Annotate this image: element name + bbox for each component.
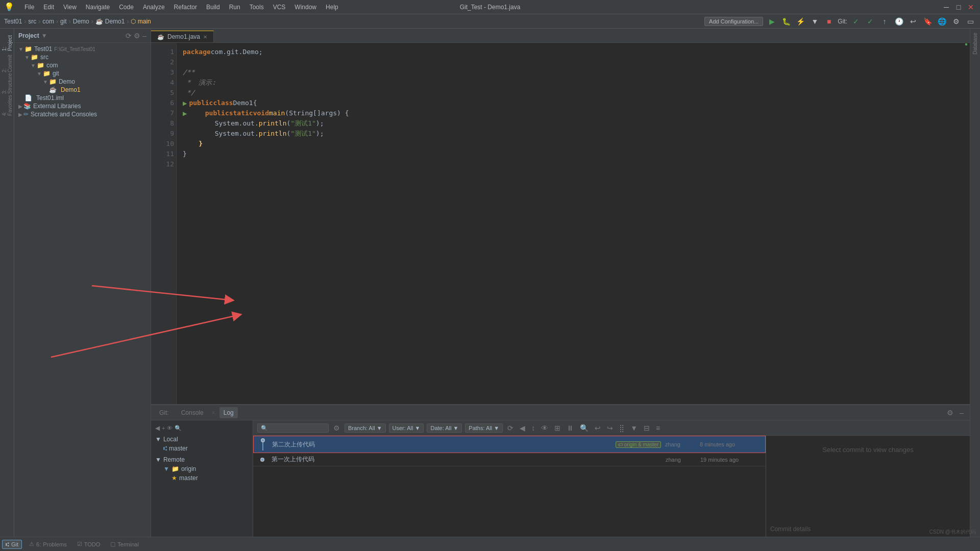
menu-vcs[interactable]: VCS [269,3,290,12]
local-branch-header[interactable]: ▼ Local [155,435,249,444]
tree-item-src[interactable]: ▼ 📁 src [14,53,151,61]
tree-item-scratches[interactable]: ▶ ✏ Scratches and Consoles [14,110,151,118]
menu-run[interactable]: Run [225,3,244,12]
eye-icon[interactable]: 👁 [540,423,550,433]
terminal-button[interactable]: ▢ Terminal [107,540,142,548]
git-toolbar-button[interactable]: ⑆ Git [2,540,22,549]
sidebar-eye-icon[interactable]: 👁 [167,425,173,431]
grid-icon[interactable]: ⊞ [553,423,562,433]
hide-icon[interactable]: – [142,32,146,40]
tree-item-iml[interactable]: 📄 Test01.iml [14,94,151,102]
branch-master-local[interactable]: ⑆ master [155,444,249,453]
menu-build[interactable]: Build [202,3,224,12]
database-icon[interactable]: Database [972,33,978,55]
bookmark-button[interactable]: 🔖 [922,16,933,27]
run-button[interactable]: ▶ [766,16,777,27]
columns-icon[interactable]: ⣿ [618,423,626,433]
collapse-sidebar-icon[interactable]: ◀ [155,424,160,432]
commit-row-1[interactable]: 第二次上传代码 🏷 origin & master zhang 8 minut [253,436,766,453]
menu-refactor[interactable]: Refactor [170,3,201,12]
todo-button[interactable]: ☑ TODO [74,540,104,548]
tree-item-demo[interactable]: ▼ 📁 Demo [14,78,151,86]
minimize-button[interactable]: ─ [941,2,951,12]
tab-console[interactable]: Console [177,407,208,418]
tree-item-ext-libs[interactable]: ▶ 📚 External Libraries [14,102,151,110]
log-settings-icon[interactable]: ⚙ [332,423,341,433]
close-button[interactable]: ✕ [966,2,976,12]
tree-item-test01[interactable]: ▼ 📁 Test01 F:\Git_Test\Test01 [14,45,151,53]
pause-icon[interactable]: ⏸ [565,423,575,433]
maximize-button[interactable]: □ [953,2,964,12]
gear-icon[interactable]: ⚙ [945,408,955,418]
redo-log-icon[interactable]: ↪ [605,423,615,433]
branch-origin[interactable]: ▼ 📁 origin [155,464,249,473]
breadcrumb-git[interactable]: git [60,18,67,25]
user-filter[interactable]: User: All ▼ [389,423,424,433]
sidebar-favorites-icon[interactable]: 4: Favorites [1,95,13,115]
translate-button[interactable]: 🌐 [936,16,947,27]
menu-file[interactable]: File [20,3,38,12]
breadcrumb-demo1[interactable]: ☕Demo1 [95,18,125,25]
code-line-12 [183,159,957,169]
fetch-icon[interactable]: ↕ [530,423,536,433]
panel-button[interactable]: ▭ [965,16,976,27]
settings-button[interactable]: ⚙ [950,16,962,27]
minimize-panel-icon[interactable]: – [958,408,966,418]
date-filter[interactable]: Date: All ▼ [427,423,462,433]
breadcrumb-src[interactable]: src [28,18,36,25]
tree-item-com[interactable]: ▼ 📁 com [14,61,151,69]
git-push[interactable]: ↑ [879,16,890,27]
sync-icon[interactable]: ⟳ [126,32,132,40]
git-check2[interactable]: ✓ [865,16,876,27]
menu-tools[interactable]: Tools [246,3,268,12]
chevron-down-icon[interactable]: ▼ [41,32,47,39]
git-check[interactable]: ✓ [850,16,862,27]
tree-label-ext-libs: External Libraries [33,103,81,110]
problems-button[interactable]: ⚠ 6: Problems [26,540,70,548]
git-clock[interactable]: 🕐 [893,16,904,27]
log-search-input[interactable] [257,423,329,433]
run-config-button[interactable]: Add Configuration... [704,17,763,26]
sidebar-commit-icon[interactable]: 2: Commit [1,52,13,72]
breadcrumb-com[interactable]: com [42,18,54,25]
tree-item-git[interactable]: ▼ 📁 git [14,69,151,78]
settings-icon[interactable]: ⚙ [134,32,140,40]
breadcrumb-demo[interactable]: Demo [73,18,89,25]
sidebar-structure-icon[interactable]: 3: Structure [1,73,13,94]
breadcrumb-main[interactable]: ⬡ main [131,18,151,25]
menu-navigate[interactable]: Navigate [82,3,114,12]
menu-help[interactable]: Help [322,3,342,12]
diff-icon[interactable]: ⊟ [642,423,651,433]
menu-edit[interactable]: Edit [39,3,58,12]
undo-log-icon[interactable]: ↩ [593,423,602,433]
prev-icon[interactable]: ◀ [518,423,527,433]
git-undo[interactable]: ↩ [908,16,919,27]
stop-button[interactable]: ■ [823,16,835,27]
refresh-icon[interactable]: ⟳ [506,423,515,433]
branch-master-remote[interactable]: ★ master [155,473,249,483]
coverage-button[interactable]: ⚡ [795,16,806,27]
menu-code[interactable]: Code [115,3,138,12]
tab-close-button[interactable]: ✕ [203,34,207,40]
remote-branch-header[interactable]: ▼ Remote [155,455,249,464]
tab-demo1[interactable]: ☕ Demo1.java ✕ [151,31,214,42]
menu-analyze[interactable]: Analyze [139,3,169,12]
sidebar-project-icon[interactable]: 1: Project [1,31,13,51]
branch-filter[interactable]: Branch: All ▼ [345,423,386,433]
tree-item-demo1[interactable]: ☕ Demo1 [14,86,151,94]
branch-name-master-remote: master [179,474,198,482]
more-icon[interactable]: ≡ [654,423,662,433]
menu-view[interactable]: View [59,3,81,12]
dropdown-button[interactable]: ▼ [809,16,820,27]
find-icon[interactable]: 🔍 [578,423,590,433]
filter-icon[interactable]: ▼ [629,423,639,433]
debug-button[interactable]: 🐛 [780,16,792,27]
commit-row-2[interactable]: 第一次上传代码 zhang 19 minutes ago [253,453,766,466]
code-content[interactable]: package com.git.Demo; /** * 演示: [177,43,963,404]
menu-window[interactable]: Window [290,3,321,12]
sidebar-search-icon[interactable]: 🔍 [175,425,182,432]
breadcrumb-test01[interactable]: Test01 [4,18,22,25]
expand-icon-demo: ▼ [43,79,48,85]
paths-filter[interactable]: Paths: All ▼ [465,423,503,433]
tab-log[interactable]: Log [219,407,238,418]
